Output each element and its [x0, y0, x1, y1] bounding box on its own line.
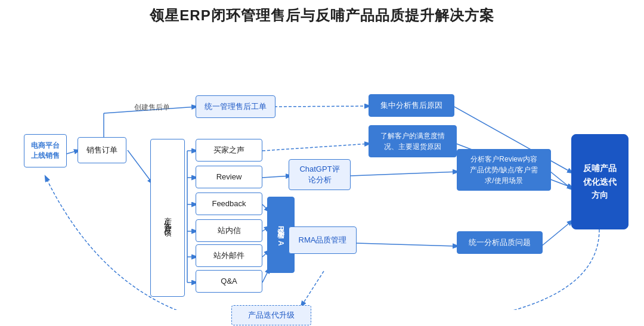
- external-email-box: 站外邮件: [196, 244, 262, 267]
- page: 领星ERP闭环管理售后与反哺产品品质提升解决方案: [0, 0, 644, 326]
- svg-line-19: [357, 243, 458, 246]
- internal-msg-box: 站内信: [196, 219, 262, 242]
- customer-feedback-box: 产生客户反馈: [150, 139, 185, 297]
- qa-box: Q&A: [196, 270, 262, 293]
- unified-quality-box: 统一分析品质问题: [457, 231, 543, 254]
- svg-line-24: [541, 221, 572, 246]
- svg-line-13: [351, 172, 458, 176]
- analyze-review-box: 分析客户Review内容 产品优势/缺点/客户需 求/使用场景: [457, 149, 551, 191]
- review-box: Review: [196, 166, 262, 188]
- ecommerce-box: 电商平台 上线销售: [24, 134, 67, 167]
- feedback-box: Feedback: [196, 193, 262, 215]
- chatgpt-box: ChatGPT评 论分析: [289, 159, 351, 190]
- svg-line-20: [274, 106, 370, 107]
- sales-order-box: 销售订单: [78, 137, 126, 163]
- concentrate-box: 集中分析售后原因: [369, 94, 454, 117]
- svg-line-23: [550, 172, 572, 190]
- create-label: 创建售后单: [134, 103, 170, 113]
- product-upgrade-box: 产品迭代升级: [231, 305, 311, 325]
- svg-line-25: [301, 271, 324, 306]
- feedback-product-box: 反哺产品 优化迭代 方向: [571, 134, 628, 229]
- diagram: 电商平台 上线销售 销售订单 创建售后单 统一管理售后工单 产生客户反馈 买家之…: [12, 36, 632, 310]
- unified-mgmt-box: 统一管理售后工单: [196, 95, 275, 118]
- buyer-voice-box: 买家之声: [196, 139, 262, 162]
- understand-box: 了解客户的满意度情 况、主要退货原因: [369, 125, 457, 157]
- rma-quality-box: RMA品质管理: [289, 226, 357, 254]
- svg-line-3: [128, 150, 153, 184]
- page-title: 领星ERP闭环管理售后与反哺产品品质提升解决方案: [12, 6, 632, 25]
- svg-line-12: [262, 176, 291, 178]
- svg-line-11: [262, 144, 370, 151]
